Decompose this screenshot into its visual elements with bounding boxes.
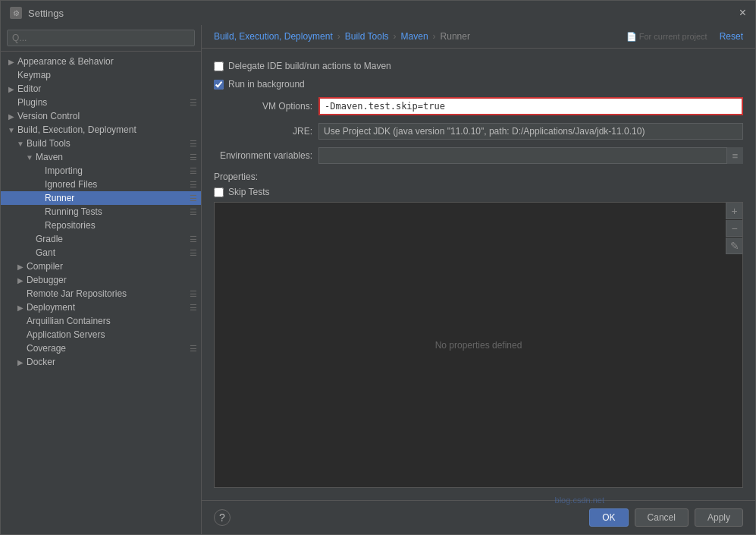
sidebar-item-right-icon-remote-jar-repositories: ☰ [186, 289, 201, 299]
breadcrumb-sep-1: › [394, 31, 397, 42]
sidebar-item-docker[interactable]: ▶Docker [1, 355, 201, 369]
sidebar-item-right-icon-coverage: ☰ [186, 344, 201, 354]
title-bar: ⚙ Settings × [1, 1, 755, 25]
breadcrumb-item-maven[interactable]: Maven [401, 31, 428, 42]
window-title: Settings [28, 8, 64, 19]
sidebar-item-running-tests[interactable]: Running Tests☰ [1, 205, 201, 219]
properties-section: Properties: Skip Tests + − ✎ No properti… [214, 172, 743, 488]
env-vars-field: ≡ [318, 147, 743, 164]
sidebar-item-build-tools[interactable]: ▼Build Tools☰ [1, 137, 201, 150]
sidebar-item-label-ignored-files: Ignored Files [45, 179, 186, 190]
cancel-button[interactable]: Cancel [635, 508, 689, 527]
env-vars-input[interactable] [318, 147, 743, 164]
sidebar-item-gant[interactable]: Gant☰ [1, 246, 201, 260]
tree-arrow-version-control: ▶ [5, 112, 17, 121]
sidebar: ▶Appearance & BehaviorKeymap▶EditorPlugi… [1, 25, 202, 534]
vm-options-row: VM Options: [214, 97, 743, 115]
delegate-checkbox[interactable] [214, 61, 224, 71]
sidebar-item-maven[interactable]: ▼Maven☰ [1, 150, 201, 164]
sidebar-item-label-plugins: Plugins [17, 97, 186, 108]
jre-select-wrapper: Use Project JDK (java version "11.0.10",… [318, 123, 743, 140]
sidebar-item-right-icon-runner: ☰ [186, 194, 201, 203]
sidebar-item-label-debugger: Debugger [27, 275, 201, 285]
for-current-project[interactable]: 📄 For current project [626, 32, 707, 42]
jre-row: JRE: Use Project JDK (java version "11.0… [214, 123, 743, 140]
breadcrumb-item-build-tools[interactable]: Build Tools [345, 31, 389, 42]
sidebar-item-label-deployment: Deployment [27, 302, 186, 313]
sidebar-item-arquillian-containers[interactable]: Arquillian Containers [1, 314, 201, 328]
skip-tests-checkbox[interactable] [214, 187, 224, 197]
sidebar-item-appearance-behavior[interactable]: ▶Appearance & Behavior [1, 55, 201, 68]
run-in-background-label[interactable]: Run in background [214, 79, 305, 90]
sidebar-item-application-servers[interactable]: Application Servers [1, 328, 201, 341]
ok-button[interactable]: OK [589, 508, 628, 527]
vm-options-input[interactable] [318, 97, 743, 115]
sidebar-item-remote-jar-repositories[interactable]: Remote Jar Repositories☰ [1, 287, 201, 301]
sidebar-item-label-remote-jar-repositories: Remote Jar Repositories [27, 288, 186, 299]
breadcrumb-item-build-execution-deployment[interactable]: Build, Execution, Deployment [214, 31, 333, 42]
sidebar-item-right-icon-build-tools: ☰ [186, 139, 201, 149]
sidebar-item-label-build-execution-deployment: Build, Execution, Deployment [17, 124, 201, 135]
sidebar-item-debugger[interactable]: ▶Debugger [1, 273, 201, 287]
reset-button[interactable]: Reset [720, 31, 743, 42]
sidebar-item-label-docker: Docker [27, 357, 201, 367]
sidebar-item-gradle[interactable]: Gradle☰ [1, 232, 201, 246]
edit-property-button[interactable]: ✎ [726, 238, 742, 254]
main-content: ▶Appearance & BehaviorKeymap▶EditorPlugi… [1, 25, 755, 534]
search-input[interactable] [7, 30, 195, 46]
tree-arrow-build-tools: ▼ [14, 140, 27, 148]
sidebar-item-coverage[interactable]: Coverage☰ [1, 341, 201, 355]
sidebar-item-deployment[interactable]: ▶Deployment☰ [1, 301, 201, 314]
apply-button[interactable]: Apply [695, 508, 743, 527]
sidebar-item-label-maven: Maven [36, 152, 186, 162]
right-panel: Build, Execution, Deployment›Build Tools… [202, 25, 755, 534]
env-vars-row: Environment variables: ≡ [214, 147, 743, 164]
run-in-background-text: Run in background [228, 79, 305, 90]
remove-property-button[interactable]: − [726, 220, 742, 237]
sidebar-item-plugins[interactable]: Plugins☰ [1, 96, 201, 109]
sidebar-item-importing[interactable]: Importing☰ [1, 164, 201, 178]
sidebar-item-keymap[interactable]: Keymap [1, 68, 201, 82]
skip-tests-label[interactable]: Skip Tests [228, 187, 269, 197]
sidebar-item-label-keymap: Keymap [17, 70, 201, 80]
run-in-background-checkbox[interactable] [214, 80, 224, 90]
delegate-checkbox-label: Delegate IDE build/run actions to Maven [228, 61, 391, 71]
properties-label: Properties: [214, 172, 743, 182]
breadcrumb-sep-0: › [337, 31, 340, 42]
sidebar-item-compiler[interactable]: ▶Compiler [1, 260, 201, 273]
env-copy-button[interactable]: ≡ [726, 147, 743, 164]
sidebar-item-label-gant: Gant [36, 247, 186, 258]
sidebar-item-label-gradle: Gradle [36, 234, 186, 244]
sidebar-item-right-icon-plugins: ☰ [186, 98, 201, 108]
vm-options-field [318, 97, 743, 115]
sidebar-item-repositories[interactable]: Repositories [1, 219, 201, 232]
add-property-button[interactable]: + [726, 203, 742, 219]
help-button[interactable]: ? [214, 509, 231, 526]
breadcrumb-sep-2: › [433, 31, 436, 42]
sidebar-item-editor[interactable]: ▶Editor [1, 82, 201, 96]
run-in-background-row: Run in background [214, 79, 743, 90]
delegate-label[interactable]: Delegate IDE build/run actions to Maven [214, 61, 391, 71]
breadcrumb-item-runner: Runner [441, 31, 470, 42]
close-button[interactable]: × [739, 7, 746, 19]
sidebar-item-label-repositories: Repositories [45, 220, 201, 231]
properties-panel: + − ✎ No properties defined [214, 202, 743, 488]
skip-tests-row: Skip Tests [214, 187, 743, 197]
delegate-row: Delegate IDE build/run actions to Maven [214, 61, 743, 71]
tree-arrow-editor: ▶ [5, 85, 17, 93]
sidebar-item-runner[interactable]: Runner☰ [1, 191, 201, 205]
tree-arrow-deployment: ▶ [14, 304, 27, 312]
env-vars-label: Environment variables: [214, 150, 312, 161]
sidebar-item-build-execution-deployment[interactable]: ▼Build, Execution, Deployment [1, 123, 201, 137]
sidebar-item-right-icon-gant: ☰ [186, 248, 201, 258]
jre-select[interactable]: Use Project JDK (java version "11.0.10",… [318, 123, 743, 140]
sidebar-item-version-control[interactable]: ▶Version Control [1, 109, 201, 123]
sidebar-item-label-running-tests: Running Tests [45, 206, 186, 217]
sidebar-item-label-coverage: Coverage [27, 343, 186, 354]
settings-tree: ▶Appearance & BehaviorKeymap▶EditorPlugi… [1, 52, 201, 534]
sidebar-item-ignored-files[interactable]: Ignored Files☰ [1, 178, 201, 191]
sidebar-item-right-icon-running-tests: ☰ [186, 207, 201, 217]
app-icon: ⚙ [10, 7, 22, 19]
sidebar-item-label-arquillian-containers: Arquillian Containers [27, 316, 201, 326]
footer: ? OK Cancel Apply [202, 500, 755, 534]
